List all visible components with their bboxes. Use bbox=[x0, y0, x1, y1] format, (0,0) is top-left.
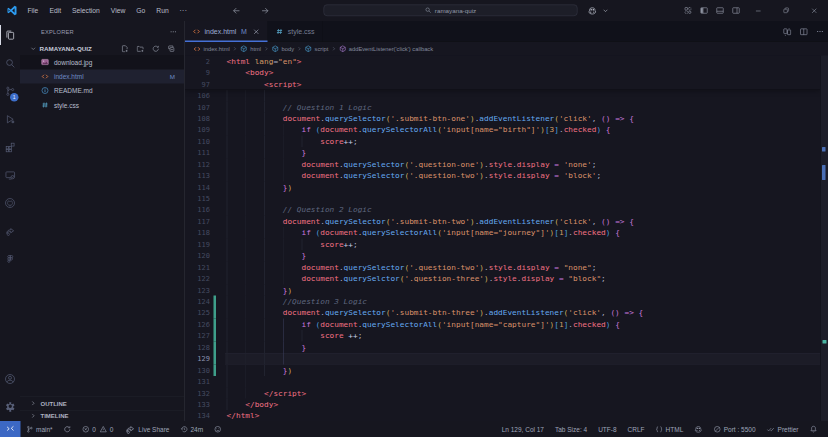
code-token: document bbox=[301, 262, 338, 271]
activity-source-control-icon[interactable]: 1 bbox=[0, 77, 20, 105]
code-editor[interactable]: 106107 // Question 1 Logic108 document.q… bbox=[185, 56, 828, 422]
window-close-icon[interactable] bbox=[800, 0, 828, 21]
code-token: querySelctor bbox=[344, 274, 400, 283]
code-token: <script> bbox=[264, 79, 301, 88]
status-smiley-icon[interactable] bbox=[209, 421, 228, 437]
breadcrumb-item[interactable]: body bbox=[272, 45, 294, 53]
code-token: </body> bbox=[245, 400, 278, 409]
folder-section-header[interactable]: RAMAYANA-QUIZ bbox=[20, 42, 184, 55]
code-line-119: 119 score++; bbox=[185, 239, 820, 250]
file-item-download.jpg[interactable]: download.jpg bbox=[20, 55, 184, 69]
code-token: "en" bbox=[278, 57, 297, 66]
copilot-icon[interactable] bbox=[584, 0, 600, 21]
tab-style.css[interactable]: style.css bbox=[268, 21, 322, 42]
status-main-[interactable]: main* bbox=[21, 421, 59, 437]
current-line-highlight bbox=[225, 353, 820, 364]
panel-outline[interactable]: OUTLINE bbox=[20, 396, 184, 410]
activity-explorer-icon[interactable] bbox=[0, 21, 20, 49]
code-token: { bbox=[615, 320, 620, 329]
activity-figma-icon[interactable] bbox=[0, 245, 20, 273]
menu-more-button[interactable]: ··· bbox=[174, 6, 192, 15]
status-html[interactable]: HTML bbox=[650, 421, 689, 437]
live-share-icon bbox=[124, 423, 136, 435]
activity-search-icon[interactable] bbox=[0, 49, 20, 77]
line-number: 117 bbox=[185, 216, 210, 227]
activity-live-share-icon[interactable] bbox=[0, 217, 20, 245]
activity-account-icon[interactable] bbox=[0, 365, 20, 393]
new-file-icon[interactable] bbox=[121, 45, 129, 53]
vscode-stage: FileEditSelectionViewGoRun ··· ramayana-… bbox=[0, 0, 828, 437]
activity-remote-explorer-icon[interactable] bbox=[0, 161, 20, 189]
status-ln-129-col-17[interactable]: Ln 129, Col 17 bbox=[496, 421, 549, 437]
menu-file[interactable]: File bbox=[22, 0, 44, 21]
refresh-icon[interactable] bbox=[152, 45, 160, 53]
status-live-share[interactable]: Live Share bbox=[119, 421, 175, 437]
tab-index.html[interactable]: index.htmlM bbox=[185, 21, 268, 42]
line-number: 106 bbox=[185, 90, 210, 101]
breadcrumb-item[interactable]: addEventListener('click') callback bbox=[339, 45, 433, 53]
code-text: <script> bbox=[227, 78, 302, 89]
status-bell-icon[interactable] bbox=[804, 421, 823, 437]
activity-github-icon[interactable] bbox=[0, 189, 20, 217]
code-text: // Question 2 Logic bbox=[227, 204, 372, 215]
minimap[interactable] bbox=[820, 56, 828, 422]
symbol-purple-icon bbox=[339, 45, 347, 53]
file-item-index.html[interactable]: index.htmlM bbox=[20, 69, 184, 83]
code-token: <body> bbox=[245, 68, 273, 77]
breadcrumb-item[interactable]: html bbox=[240, 45, 261, 53]
file-item-README.md[interactable]: README.md bbox=[20, 84, 184, 98]
open-changes-icon[interactable] bbox=[783, 27, 792, 36]
code-line-107: 107 // Question 1 Logic bbox=[185, 101, 820, 112]
copilot-menu[interactable] bbox=[584, 0, 609, 21]
code-token: ; bbox=[358, 331, 363, 340]
menu-go[interactable]: Go bbox=[131, 0, 151, 21]
activity-extensions-icon[interactable] bbox=[0, 133, 20, 161]
panel-timeline[interactable]: TIMELINE bbox=[20, 410, 184, 421]
nav-back-icon[interactable] bbox=[232, 6, 241, 15]
file-item-style.css[interactable]: style.css bbox=[20, 98, 184, 112]
status-tab-size-4[interactable]: Tab Size: 4 bbox=[549, 421, 592, 437]
new-folder-icon[interactable] bbox=[137, 45, 145, 53]
breadcrumb-label: script bbox=[315, 46, 329, 52]
status-prettier[interactable]: Prettier bbox=[761, 421, 804, 437]
breadcrumb-item[interactable]: script bbox=[305, 45, 329, 53]
status-crlf[interactable]: CRLF bbox=[622, 421, 650, 437]
toggle-primary-sidebar-icon[interactable] bbox=[696, 0, 712, 21]
toggle-panel-icon[interactable] bbox=[712, 0, 728, 21]
code-token: ) bbox=[287, 285, 292, 294]
command-center-search[interactable]: ramayana-quiz bbox=[324, 5, 578, 17]
menu-view[interactable]: View bbox=[105, 0, 131, 21]
window-minimize-icon[interactable] bbox=[744, 0, 772, 21]
indent-guide bbox=[245, 376, 246, 387]
code-text: score++; bbox=[227, 136, 358, 147]
code-token: </html> bbox=[227, 411, 260, 420]
split-editor-icon[interactable] bbox=[800, 27, 809, 36]
status-0[interactable]: 00 bbox=[77, 421, 119, 437]
code-line-106: 106 bbox=[185, 90, 820, 101]
activity-settings-gear-icon[interactable] bbox=[0, 392, 20, 420]
activity-run-debug-icon[interactable] bbox=[0, 105, 20, 133]
readme-file-icon bbox=[41, 87, 49, 95]
toggle-secondary-sidebar-icon[interactable] bbox=[728, 0, 744, 21]
sidebar-bottom-panels: OUTLINETIMELINE bbox=[20, 396, 184, 421]
status-24m[interactable]: 24m bbox=[175, 421, 209, 437]
menu-selection[interactable]: Selection bbox=[67, 0, 106, 21]
window-restore-icon[interactable] bbox=[772, 0, 800, 21]
editor-more-actions-icon[interactable] bbox=[816, 28, 824, 36]
customize-layout-icon[interactable] bbox=[680, 0, 696, 21]
status-copilot-icon[interactable] bbox=[689, 421, 709, 437]
menu-run[interactable]: Run bbox=[151, 0, 174, 21]
status-sync-icon[interactable] bbox=[58, 421, 77, 437]
menu-edit[interactable]: Edit bbox=[44, 0, 67, 21]
code-token: , bbox=[601, 308, 610, 317]
code-text: document.querySelector('.submit-btn-thre… bbox=[227, 307, 644, 318]
breadcrumb-item[interactable]: index.html bbox=[193, 45, 230, 53]
copilot-chevron-down-icon[interactable] bbox=[603, 8, 609, 14]
tab-close-icon[interactable] bbox=[253, 28, 261, 36]
status-port-5500[interactable]: Port : 5500 bbox=[708, 421, 761, 437]
remote-indicator[interactable] bbox=[0, 421, 21, 437]
status-utf-8[interactable]: UTF-8 bbox=[593, 421, 622, 437]
nav-forward-icon[interactable] bbox=[261, 6, 270, 15]
explorer-more-actions-icon[interactable] bbox=[170, 28, 178, 36]
collapse-folders-icon[interactable] bbox=[168, 45, 176, 53]
